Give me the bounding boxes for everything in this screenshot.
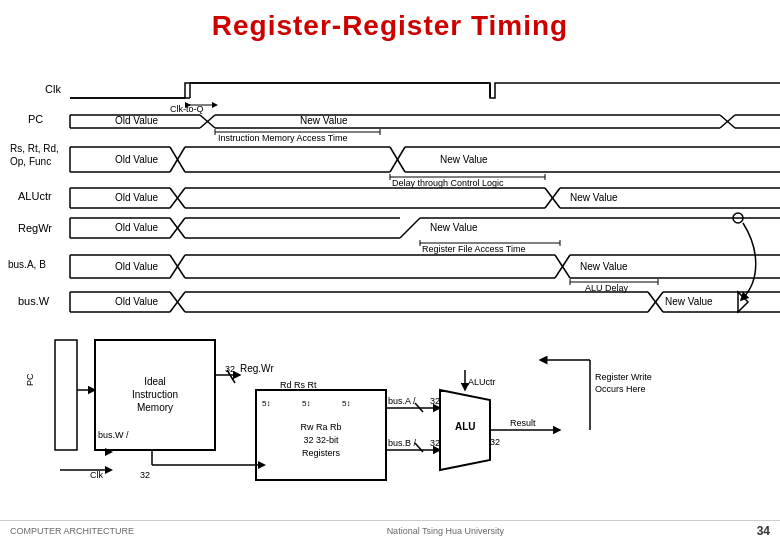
svg-text:32: 32: [225, 364, 235, 374]
svg-text:Old Value: Old Value: [115, 261, 159, 272]
svg-text:Old Value: Old Value: [115, 115, 159, 126]
footer-university: National Tsing Hua University: [387, 526, 504, 536]
svg-text:bus.A /: bus.A /: [388, 396, 416, 406]
svg-text:32 32-bit: 32 32-bit: [303, 435, 339, 445]
svg-text:Registers: Registers: [302, 448, 341, 458]
svg-text:Ideal: Ideal: [144, 376, 166, 387]
svg-rect-101: [55, 340, 77, 450]
svg-text:PC: PC: [25, 373, 35, 386]
svg-text:Occurs Here: Occurs Here: [595, 384, 646, 394]
svg-text:5↕: 5↕: [342, 399, 350, 408]
svg-text:32: 32: [430, 396, 440, 406]
page-number: 34: [757, 524, 770, 538]
svg-text:Instruction: Instruction: [132, 389, 178, 400]
timing-diagram: Clk PC Rs, Rt, Rd, Op, Func ALUctr RegWr…: [0, 50, 780, 350]
svg-text:Rd  Rs  Rt: Rd Rs Rt: [280, 380, 317, 390]
svg-text:Register Write: Register Write: [595, 372, 652, 382]
rs-rt-rd-label: Rs, Rt, Rd,: [10, 143, 59, 154]
busa-b-label: bus.A, B: [8, 259, 46, 270]
svg-text:Reg.Wr: Reg.Wr: [240, 363, 274, 374]
svg-text:Memory: Memory: [137, 402, 173, 413]
svg-text:New Value: New Value: [665, 296, 713, 307]
svg-marker-114: [105, 466, 113, 474]
svg-text:5↕: 5↕: [302, 399, 310, 408]
svg-text:New Value: New Value: [300, 115, 348, 126]
svg-text:32: 32: [490, 437, 500, 447]
svg-text:New Value: New Value: [440, 154, 488, 165]
svg-text:ALU: ALU: [455, 421, 476, 432]
svg-text:New Value: New Value: [580, 261, 628, 272]
svg-text:Delay through Control Logic: Delay through Control Logic: [392, 178, 504, 188]
svg-text:Old Value: Old Value: [115, 192, 159, 203]
svg-text:Clk-to-Q: Clk-to-Q: [170, 104, 204, 114]
clk-label: Clk: [45, 83, 61, 95]
svg-text:Old Value: Old Value: [115, 222, 159, 233]
page-title: Register-Register Timing: [0, 0, 780, 48]
bottom-diagram: PC Ideal Instruction Memory bus.W / 32 C…: [0, 330, 780, 540]
svg-line-61: [400, 218, 420, 238]
footer-left: COMPUTER ARCHITECTURE: [10, 526, 134, 536]
pc-label: PC: [28, 113, 43, 125]
svg-text:ALUctr: ALUctr: [468, 377, 496, 387]
svg-text:New Value: New Value: [430, 222, 478, 233]
svg-text:5↕: 5↕: [262, 399, 270, 408]
svg-text:Result: Result: [510, 418, 536, 428]
footer: COMPUTER ARCHITECTURE National Tsing Hua…: [0, 520, 780, 540]
svg-text:bus.B /: bus.B /: [388, 438, 417, 448]
busw-label: bus.W: [18, 295, 50, 307]
svg-text:32: 32: [140, 470, 150, 480]
aluctr-label: ALUctr: [18, 190, 52, 202]
svg-text:Register File Access Time: Register File Access Time: [422, 244, 526, 254]
svg-text:bus.W /: bus.W /: [98, 430, 129, 440]
svg-text:Instruction Memory Access Time: Instruction Memory Access Time: [218, 133, 348, 143]
regwr-label: RegWr: [18, 222, 52, 234]
svg-text:Old Value: Old Value: [115, 296, 159, 307]
svg-text:Clk: Clk: [90, 470, 103, 480]
svg-text:Rw  Ra  Rb: Rw Ra Rb: [300, 422, 341, 432]
svg-text:32: 32: [430, 438, 440, 448]
svg-text:New Value: New Value: [570, 192, 618, 203]
svg-text:Old Value: Old Value: [115, 154, 159, 165]
op-func-label: Op, Func: [10, 156, 51, 167]
